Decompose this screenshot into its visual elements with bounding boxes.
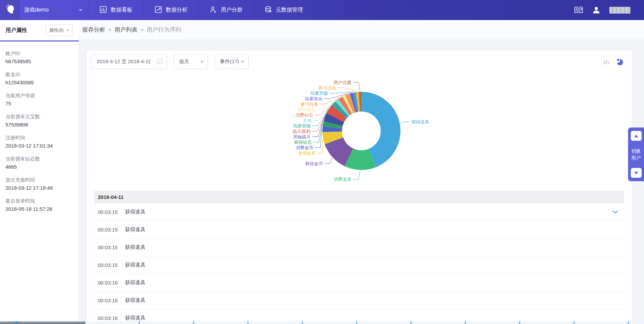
event-timeline: 2018-04-11 00:03:15获得道具00:03:15获得道具00:03… bbox=[94, 191, 624, 324]
triangle-up-icon bbox=[634, 135, 638, 137]
pie-label: 获得道具 bbox=[412, 119, 429, 124]
pie-label-line bbox=[338, 88, 357, 91]
attribute-item: 首次充值时间2018-03-12 17:18:48 bbox=[5, 177, 73, 191]
nav-item-label: 元数据管理 bbox=[276, 6, 303, 14]
attribute-value: h67539585 bbox=[5, 58, 73, 65]
attribute-value: 2018-03-12 17:01:34 bbox=[5, 142, 73, 149]
event-row[interactable]: 00:03:15获得道具 bbox=[94, 203, 624, 221]
pie-label: 玩家登出 bbox=[305, 96, 322, 101]
pie-label-line bbox=[353, 171, 360, 180]
pie-label: 参与任务 bbox=[301, 102, 318, 107]
attribute-value: 4665 bbox=[5, 164, 73, 170]
switch-user-panel: 切换 用户 bbox=[628, 127, 644, 181]
chart-view-toggle bbox=[603, 58, 624, 66]
navbar-spacer bbox=[314, 0, 574, 20]
event-name: 获得道具 bbox=[125, 244, 145, 251]
attribute-list: 账户IDh67539585匿名IDh125430585当前用户等级75当前拥有元… bbox=[0, 41, 79, 212]
attribute-item: 当前拥有钻石数4665 bbox=[5, 156, 73, 170]
event-time: 00:03:16 bbox=[98, 315, 125, 321]
attribute-label: 账户ID bbox=[5, 50, 73, 56]
event-name: 获得道具 bbox=[125, 279, 145, 286]
pie-label: 充值 bbox=[303, 118, 311, 123]
behavior-donut-chart: 用户注册参与活动玩家升级玩家登出参与任务购买物品消费钻石充值玩家登陆战斗胜利开始… bbox=[87, 69, 632, 191]
granularity-value: 按天 bbox=[179, 58, 189, 65]
event-row[interactable]: 00:03:15获得道具 bbox=[94, 221, 624, 239]
attribute-label: 当前用户等级 bbox=[5, 92, 73, 99]
dashboard-icon bbox=[100, 6, 107, 15]
attribute-label: 最后登录时间 bbox=[5, 198, 73, 204]
nav-item-analysis[interactable]: 数据分析 bbox=[144, 0, 199, 20]
attribute-filter-button[interactable]: 属性(8) bbox=[46, 24, 73, 36]
event-name: 获得道具 bbox=[125, 297, 145, 304]
pie-chart-toggle-icon[interactable] bbox=[615, 58, 624, 66]
breadcrumb-item[interactable]: 留存分析 bbox=[82, 27, 105, 33]
attribute-item: 注册时间2018-03-12 17:01:34 bbox=[5, 135, 73, 149]
pie-label-line bbox=[330, 92, 354, 93]
sidebar-header: 用户属性 属性(8) bbox=[0, 20, 79, 41]
pie-label-line bbox=[317, 138, 323, 153]
attribute-item: 最后登录时间2018-05-18 11:57:26 bbox=[5, 198, 73, 212]
top-navbar: 游戏demo 数据看板 数据分析 bbox=[0, 0, 644, 20]
project-name: 游戏demo bbox=[24, 6, 49, 14]
user-avatar-icon[interactable] bbox=[592, 6, 601, 14]
pie-label: 玩家升级 bbox=[310, 91, 328, 96]
calendar-icon: 30 bbox=[157, 58, 163, 65]
event-row[interactable]: 00:03:15获得道具 bbox=[94, 239, 624, 256]
pie-label: 战斗胜利 bbox=[293, 129, 310, 134]
pie-label: 消费金币 bbox=[296, 145, 314, 150]
svg-text:?: ? bbox=[580, 8, 582, 12]
event-time: 00:03:15 bbox=[98, 244, 125, 250]
next-user-button[interactable] bbox=[631, 168, 642, 178]
attribute-value: 2018-03-12 17:18:48 bbox=[5, 185, 73, 191]
os-taskbar-fragment bbox=[0, 321, 644, 324]
event-filter-value: 事件(17) bbox=[220, 58, 239, 65]
event-time: 00:03:16 bbox=[98, 280, 125, 286]
chart-area: 用户注册参与活动玩家升级玩家登出参与任务购买物品消费钻石充值玩家登陆战斗胜利开始… bbox=[87, 69, 632, 191]
date-range-input[interactable]: 2018-3-12 至 2018-4-11 30 bbox=[91, 54, 167, 69]
bar-chart-toggle-icon[interactable] bbox=[603, 58, 610, 65]
attribute-value: h125430585 bbox=[5, 79, 73, 86]
pie-label: 使用道具 bbox=[298, 151, 316, 156]
filter-toolbar: 2018-3-12 至 2018-4-11 30 按天 事件(17) bbox=[87, 50, 632, 69]
nav-item-label: 数据看板 bbox=[111, 6, 132, 14]
attribute-label: 当前拥有元宝数 bbox=[5, 114, 73, 120]
switch-user-label: 切换 用户 bbox=[631, 148, 641, 161]
event-row[interactable]: 00:03:16获得道具 bbox=[94, 274, 624, 292]
granularity-select[interactable]: 按天 bbox=[174, 54, 208, 69]
event-time: 00:03:16 bbox=[98, 297, 125, 303]
username-redacted[interactable] bbox=[609, 7, 630, 14]
pie-label: 获得金币 bbox=[305, 161, 323, 166]
triangle-down-icon bbox=[634, 172, 638, 174]
nav-item-label: 数据分析 bbox=[166, 6, 187, 14]
date-group-label: 2018-04-11 bbox=[98, 194, 124, 200]
svg-text:30: 30 bbox=[158, 61, 161, 63]
app-root: 游戏demo 数据看板 数据分析 bbox=[0, 0, 644, 324]
chevron-down-icon[interactable] bbox=[613, 210, 618, 214]
analysis-icon bbox=[155, 6, 162, 15]
event-name: 获得道具 bbox=[125, 209, 145, 215]
pie-label: 用户注册 bbox=[334, 80, 351, 85]
taskbar-apps-fragment bbox=[85, 321, 644, 324]
navbar-right: ? bbox=[574, 0, 644, 20]
nav-item-dashboard[interactable]: 数据看板 bbox=[89, 0, 144, 20]
event-filter-select[interactable]: 事件(17) bbox=[215, 54, 249, 69]
breadcrumb-item[interactable]: 用户列表 bbox=[114, 27, 138, 33]
event-row[interactable]: 00:03:15获得道具 bbox=[94, 256, 624, 274]
attribute-label: 首次充值时间 bbox=[5, 177, 73, 183]
chevron-down-icon bbox=[241, 61, 244, 63]
event-row[interactable]: 00:03:16获得道具 bbox=[94, 292, 624, 309]
pie-label-line bbox=[325, 158, 332, 164]
nav-item-segmentation[interactable]: 用户分群 bbox=[199, 0, 254, 20]
project-selector[interactable]: 游戏demo bbox=[20, 0, 89, 20]
pie-label: 购买物品 bbox=[298, 107, 315, 112]
previous-user-button[interactable] bbox=[631, 131, 642, 141]
metadata-icon bbox=[265, 6, 272, 15]
chevron-down-icon bbox=[66, 30, 69, 31]
brand-logo[interactable] bbox=[0, 0, 20, 20]
help-manual-icon[interactable]: ? bbox=[574, 6, 583, 14]
thinking-head-logo-icon bbox=[4, 4, 16, 17]
pie-label: 玩家登陆 bbox=[293, 123, 311, 129]
attribute-value: 2018-05-18 11:57:26 bbox=[5, 206, 73, 212]
pie-label-line bbox=[353, 82, 360, 91]
nav-item-metadata[interactable]: 元数据管理 bbox=[254, 0, 314, 20]
